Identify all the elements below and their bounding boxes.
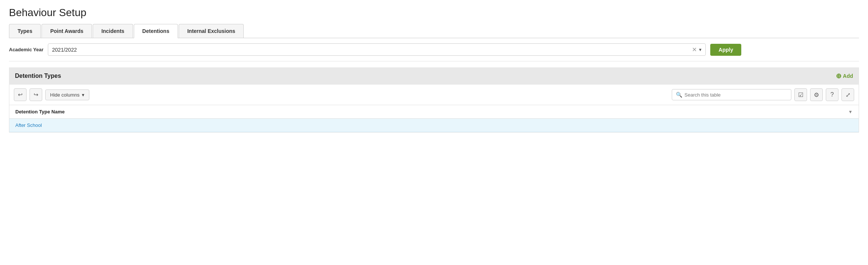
section-title: Detention Types [15, 73, 61, 79]
search-box: 🔍 [672, 89, 791, 100]
table-row: After School [9, 119, 859, 132]
clear-icon[interactable]: ✕ [692, 46, 697, 53]
redo-icon: ↪ [34, 91, 39, 98]
tab-detentions[interactable]: Detentions [134, 24, 178, 38]
tab-incidents[interactable]: Incidents [93, 24, 133, 38]
select-all-button[interactable]: ☑ [794, 88, 807, 101]
apply-button[interactable]: Apply [710, 44, 741, 56]
redo-button[interactable]: ↪ [30, 88, 42, 101]
expand-icon: ⤢ [846, 91, 850, 98]
add-icon: ⊕ [836, 72, 841, 80]
undo-button[interactable]: ↩ [14, 88, 27, 101]
gear-icon: ⚙ [814, 91, 819, 98]
search-icon: 🔍 [676, 92, 682, 98]
undo-icon: ↩ [18, 91, 23, 98]
section-container: ↩ ↪ Hide columns ▾ 🔍 ☑ ⚙ ? [9, 85, 859, 132]
tab-types[interactable]: Types [9, 24, 41, 38]
add-button[interactable]: ⊕ Add [836, 72, 853, 80]
hide-columns-button[interactable]: Hide columns ▾ [45, 89, 89, 100]
tab-internal-exclusions[interactable]: Internal Exclusions [179, 24, 244, 38]
section-header: Detention Types ⊕ Add [9, 67, 859, 85]
academic-year-value: 2021/2022 [52, 47, 692, 53]
sort-icon[interactable]: ▼ [848, 109, 853, 115]
table-header: Detention Type Name ▼ [9, 105, 859, 119]
col-header-detention-type-name: Detention Type Name [15, 109, 848, 115]
tabs-bar: Types Point Awards Incidents Detentions … [9, 24, 859, 38]
tab-point-awards[interactable]: Point Awards [41, 24, 92, 38]
filter-bar: Academic Year 2021/2022 ✕ ▾ Apply [9, 38, 859, 61]
academic-year-field: 2021/2022 ✕ ▾ [48, 43, 706, 56]
question-icon: ? [831, 91, 834, 98]
page-title: Behaviour Setup [9, 7, 859, 19]
add-label: Add [843, 73, 853, 79]
detention-type-link[interactable]: After School [15, 122, 42, 128]
checkbox-icon: ☑ [798, 91, 803, 98]
hide-columns-label: Hide columns [50, 92, 80, 98]
search-input[interactable] [684, 92, 787, 98]
expand-button[interactable]: ⤢ [841, 88, 854, 101]
dropdown-arrow-icon[interactable]: ▾ [699, 47, 702, 52]
academic-year-label: Academic Year [9, 47, 43, 52]
table-toolbar: ↩ ↪ Hide columns ▾ 🔍 ☑ ⚙ ? [9, 85, 859, 105]
settings-button[interactable]: ⚙ [810, 88, 823, 101]
help-button[interactable]: ? [826, 88, 838, 101]
hide-columns-chevron-icon: ▾ [82, 92, 84, 98]
